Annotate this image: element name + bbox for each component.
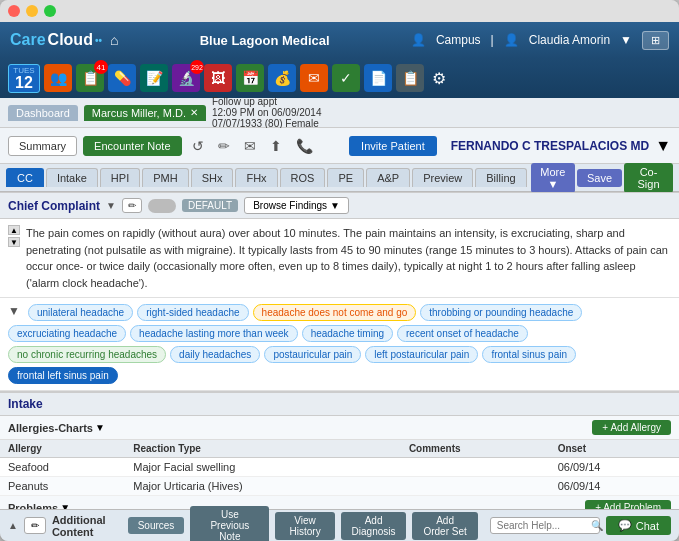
expand-icon[interactable]: ▲ — [8, 520, 18, 531]
window-controls[interactable]: ⊞ — [642, 31, 669, 50]
problems-header: Problems ▼ + Add Problem — [0, 496, 679, 509]
cosign-button[interactable]: Co-Sign — [624, 163, 673, 193]
tab-intake[interactable]: Intake — [46, 168, 98, 187]
tag-left-postauricular-pain[interactable]: left postauricular pain — [365, 346, 478, 363]
nav-right: 👤 Campus | 👤 Claudia Amorin ▼ ⊞ — [411, 31, 669, 50]
icon-toolbar: TUES 12 👥 📋41 💊 📝 🔬292 🖼 📅 💰 ✉ ✓ 📄 📋 ⚙ — [0, 58, 679, 98]
tag-postauricular-pain[interactable]: postauricular pain — [264, 346, 361, 363]
allergies-header: Allergies-Charts ▼ + Add Allergy — [0, 416, 679, 440]
email-button[interactable]: ✉ — [240, 136, 260, 156]
allergies-arrow[interactable]: ▼ — [95, 422, 105, 433]
gear-icon[interactable]: ⚙ — [432, 69, 446, 88]
allergy-comments — [401, 477, 550, 496]
search-box[interactable]: 🔍 — [490, 517, 600, 534]
edit-button[interactable]: ✏ — [214, 136, 234, 156]
billing-icon[interactable]: 💰 — [268, 64, 296, 92]
tag-excruciating-headache[interactable]: excruciating headache — [8, 325, 126, 342]
user-dropdown-icon[interactable]: ▼ — [620, 33, 632, 47]
dashboard-tab[interactable]: Dashboard — [8, 105, 78, 121]
tag-frontal-left-sinus-pain[interactable]: frontal left sinus pain — [8, 367, 118, 384]
tab-pmh[interactable]: PMH — [142, 168, 188, 187]
cc-text-area: ▲ ▼ The pain comes on rapidly (without a… — [0, 219, 679, 298]
share-button[interactable]: ⬆ — [266, 136, 286, 156]
invite-patient-button[interactable]: Invite Patient — [349, 136, 437, 156]
tag-headache-lasting-week[interactable]: headache lasting more than week — [130, 325, 298, 342]
tag-unilateral-headache[interactable]: unilateral headache — [28, 304, 133, 321]
cc-toggle[interactable] — [148, 199, 176, 213]
message-icon[interactable]: ✉ — [300, 64, 328, 92]
patient-name-tab: Marcus Miller, M.D. — [92, 107, 186, 119]
people-icon[interactable]: 👥 — [44, 64, 72, 92]
save-button[interactable]: Save — [577, 169, 622, 187]
intake-section-header: Intake — [0, 391, 679, 416]
chat-button[interactable]: 💬 Chat — [606, 516, 671, 535]
date-box: TUES 12 — [8, 64, 40, 93]
tag-right-sided-headache[interactable]: right-sided headache — [137, 304, 248, 321]
more-tabs-button[interactable]: More ▼ — [531, 163, 575, 193]
maximize-button[interactable] — [44, 5, 56, 17]
tab-preview[interactable]: Preview — [412, 168, 473, 187]
cc-arrow[interactable]: ▼ — [106, 200, 116, 211]
check-icon[interactable]: ✓ — [332, 64, 360, 92]
tag-throbbing-headache[interactable]: throbbing or pounding headache — [420, 304, 582, 321]
problems-arrow[interactable]: ▼ — [60, 502, 70, 509]
cc-up-arrow[interactable]: ▲ — [8, 225, 20, 235]
tab-shx[interactable]: SHx — [191, 168, 234, 187]
main-content: Chief Complaint ▼ ✏ DEFAULT Browse Findi… — [0, 192, 679, 509]
tag-recent-onset-headache[interactable]: recent onset of headache — [397, 325, 528, 342]
bottom-edit-button[interactable]: ✏ — [24, 517, 46, 534]
tags-area: ▼ unilateral headache right-sided headac… — [0, 298, 679, 391]
cc-down-arrow[interactable]: ▼ — [8, 237, 20, 247]
calendar-icon[interactable]: 📅 — [236, 64, 264, 92]
tag-daily-headaches[interactable]: daily headaches — [170, 346, 260, 363]
allergy-name: Seafood — [0, 458, 125, 477]
close-tab-icon[interactable]: ✕ — [190, 107, 198, 118]
tab-pe[interactable]: PE — [327, 168, 364, 187]
tab-hpi[interactable]: HPI — [100, 168, 140, 187]
tag-frontal-sinus-pain[interactable]: frontal sinus pain — [482, 346, 576, 363]
phone-button[interactable]: 📞 — [292, 136, 317, 156]
expand-tags-arrow[interactable]: ▼ — [8, 304, 20, 321]
close-button[interactable] — [8, 5, 20, 17]
tab-billing[interactable]: Billing — [475, 168, 526, 187]
cc-edit-button[interactable]: ✏ — [122, 198, 142, 213]
minimize-button[interactable] — [26, 5, 38, 17]
tag-headache-timing[interactable]: headache timing — [302, 325, 393, 342]
summary-button[interactable]: Summary — [8, 136, 77, 156]
orders-icon[interactable]: 📝 — [140, 64, 168, 92]
chart-icon[interactable]: 📋41 — [76, 64, 104, 92]
refresh-button[interactable]: ↺ — [188, 136, 208, 156]
campus-label[interactable]: Campus — [436, 33, 481, 47]
allergies-title: Allergies-Charts — [8, 422, 93, 434]
browse-findings-button[interactable]: Browse Findings ▼ — [244, 197, 349, 214]
add-allergy-button[interactable]: + Add Allergy — [592, 420, 671, 435]
tag-headache-not-come-go[interactable]: headache does not come and go — [253, 304, 417, 321]
user-label[interactable]: Claudia Amorin — [529, 33, 610, 47]
cc-section-header: Chief Complaint ▼ ✏ DEFAULT Browse Findi… — [0, 192, 679, 219]
tab-fhx[interactable]: FHx — [235, 168, 277, 187]
add-problem-button[interactable]: + Add Problem — [585, 500, 671, 509]
patient-full-name: FERNANDO C TRESPALACIOS MD — [451, 139, 649, 153]
doc2-icon[interactable]: 📋 — [396, 64, 424, 92]
tab-ros[interactable]: ROS — [280, 168, 326, 187]
view-history-button[interactable]: View History — [275, 512, 334, 540]
patient-tab[interactable]: Marcus Miller, M.D. ✕ — [84, 105, 206, 121]
tab-ap[interactable]: A&P — [366, 168, 410, 187]
lab-icon[interactable]: 🔬292 — [172, 64, 200, 92]
patient-dropdown-icon[interactable]: ▼ — [655, 137, 671, 155]
problems-title: Problems — [8, 502, 58, 510]
rx-icon[interactable]: 💊 — [108, 64, 136, 92]
encounter-note-button[interactable]: Encounter Note — [83, 136, 181, 156]
tag-no-chronic-headaches[interactable]: no chronic recurring headaches — [8, 346, 166, 363]
tab-cc[interactable]: CC — [6, 168, 44, 187]
home-icon[interactable]: ⌂ — [110, 32, 118, 48]
doc-icon[interactable]: 📄 — [364, 64, 392, 92]
action-bar: Summary Encounter Note ↺ ✏ ✉ ⬆ 📞 Invite … — [0, 128, 679, 164]
sources-button[interactable]: Sources — [128, 517, 185, 534]
add-order-set-button[interactable]: Add Order Set — [412, 512, 477, 540]
lab-badge: 292 — [190, 60, 204, 74]
search-input[interactable] — [497, 520, 587, 531]
add-diagnosis-button[interactable]: Add Diagnosis — [341, 512, 407, 540]
prev-note-button[interactable]: Use Previous Note — [190, 506, 269, 541]
imaging-icon[interactable]: 🖼 — [204, 64, 232, 92]
